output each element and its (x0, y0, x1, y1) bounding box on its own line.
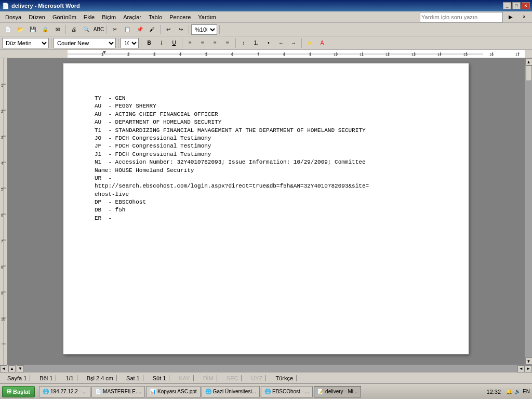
menu-ekle[interactable]: Ekle (81, 13, 98, 21)
fontsize-select[interactable]: 10 (121, 38, 139, 48)
format-painter-button[interactable]: 🖌 (147, 24, 158, 35)
status-rec: KAY (176, 375, 193, 381)
taskbar-btn-ebsco[interactable]: 🌐 EBSCOhost - ... (261, 386, 313, 397)
align-center-button[interactable]: ≡ (197, 38, 208, 48)
page-up-button[interactable]: ▲ (8, 365, 16, 373)
document-content[interactable]: TY - GEN AU - PEGGY SHERRY AU - ACTING C… (95, 95, 437, 222)
cut-button[interactable]: ✂ (109, 24, 121, 35)
standard-toolbar: 📄 📂 💾 🔒 ✉ 🖨 🔍 ABC ✂ 📋 📌 🖌 ↩ ↪ %100 (0, 23, 532, 36)
new-button[interactable]: 📄 (2, 24, 14, 35)
spell-button[interactable]: ABC (93, 24, 104, 35)
preview-button[interactable]: 🔍 (81, 24, 92, 35)
minimize-button[interactable]: _ (503, 2, 511, 9)
ppt-icon: 📊 (150, 389, 156, 394)
email-button[interactable]: ✉ (52, 24, 63, 35)
justify-button[interactable]: ≡ (222, 38, 233, 48)
svg-text:1: 1 (101, 52, 103, 56)
start-label: Başlat (13, 389, 30, 395)
menu-pencere[interactable]: Pencere (166, 13, 194, 21)
increase-indent-button[interactable]: → (288, 38, 299, 48)
zoom-select[interactable]: %100 (191, 24, 217, 35)
status-trk: DİM (200, 375, 217, 381)
highlight-button[interactable]: A (304, 38, 315, 48)
scroll-track (525, 65, 533, 357)
scroll-down-button[interactable]: ▼ (525, 357, 533, 365)
align-right-button[interactable]: ≡ (209, 38, 221, 48)
close-button[interactable]: × (522, 2, 530, 9)
svg-text:16: 16 (489, 52, 494, 56)
menu-gorunum[interactable]: Görünüm (49, 13, 79, 21)
svg-text:2: 2 (127, 52, 129, 56)
status-line: Sat 1 (123, 375, 143, 381)
taskbar-label-2: Kopyası ASC.ppt (157, 389, 197, 394)
document-page: TY - GEN AU - PEGGY SHERRY AU - ACTING C… (63, 63, 469, 354)
ruler-track: 1 2 3 4 5 6 7 8 9 10 11 12 13 1 (68, 50, 525, 58)
copy-button[interactable]: 📋 (122, 24, 133, 35)
ie-icon: 🌐 (43, 389, 49, 394)
hscroll-left-button[interactable]: ◄ (517, 365, 525, 373)
app-icon: 📄 (2, 3, 9, 9)
taskbar-btn-gazi[interactable]: 🌐 Gazi Üniversitesi... (202, 386, 260, 397)
svg-text:13: 13 (411, 52, 416, 56)
italic-button[interactable]: I (156, 38, 167, 48)
vertical-scrollbar: ▲ ▼ (525, 58, 532, 365)
status-indent: Bşl 2.4 cm (84, 375, 117, 381)
taskbar-btn-194[interactable]: 🌐 194.27.12.2 - ... (39, 386, 90, 397)
help-close-button[interactable]: × (518, 12, 530, 22)
font-color-button[interactable]: A (316, 38, 328, 48)
page-down-button[interactable]: ▼ (17, 365, 24, 373)
save-button[interactable]: 💾 (27, 24, 38, 35)
fmt-sep2 (118, 38, 118, 48)
style-select[interactable]: Düz Metin (2, 38, 49, 48)
svg-text:11: 11 (360, 52, 364, 56)
paste-button[interactable]: 📌 (134, 24, 145, 35)
main-area: 1 2 3 4 5 6 7 8 9 10 TY - GEN AU - PEGGY… (0, 58, 532, 365)
title-bar: 📄 delivery - Microsoft Word _ □ × (0, 0, 532, 11)
hscroll-right-button[interactable]: ► (525, 365, 532, 373)
taskbar-btn-masterfile[interactable]: 📄 MASTERFILE.... (91, 386, 145, 397)
undo-button[interactable]: ↩ (163, 24, 174, 35)
numbering-button[interactable]: 1. (250, 38, 262, 48)
taskbar-btn-delivery[interactable]: 📝 delivery - Mi... (314, 386, 361, 397)
vertical-ruler: 1 2 3 4 5 6 7 8 9 10 (0, 58, 7, 365)
align-left-button[interactable]: ≡ (184, 38, 196, 48)
svg-text:15: 15 (463, 52, 468, 56)
tb-sep1 (65, 25, 66, 34)
redo-button[interactable]: ↪ (175, 24, 187, 35)
font-select[interactable]: Courier New (54, 38, 116, 48)
underline-button[interactable]: U (168, 38, 180, 48)
help-search-input[interactable] (420, 12, 503, 22)
line-spacing-button[interactable]: ↕ (238, 38, 249, 48)
fmt-sep5 (235, 38, 236, 48)
page-prev-button[interactable]: ◄ (0, 365, 7, 373)
status-ovr: ÜYZ (248, 375, 266, 381)
open-button[interactable]: 📂 (15, 24, 26, 35)
print-button[interactable]: 🖨 (68, 24, 79, 35)
status-bar: Sayfa 1 Böl 1 1/1 Bşl 2.4 cm Sat 1 Süt 1… (0, 372, 532, 383)
document-scroll[interactable]: TY - GEN AU - PEGGY SHERRY AU - ACTING C… (7, 58, 525, 365)
scroll-thumb[interactable] (526, 65, 532, 81)
horizontal-scrollbar: ◄ ▲ ▼ ◄ ► (0, 365, 532, 372)
menu-bicim[interactable]: Biçim (99, 13, 119, 21)
permission-button[interactable]: 🔒 (39, 24, 51, 35)
menu-yardim[interactable]: Yardım (195, 13, 219, 21)
bullets-button[interactable]: • (263, 38, 274, 48)
menu-tablo[interactable]: Tablo (145, 13, 165, 21)
title-bar-left: 📄 delivery - Microsoft Word (2, 3, 80, 9)
formatting-toolbar: Düz Metin Courier New 10 B I U ≡ ≡ ≡ ≡ ↕… (0, 36, 532, 50)
ruler-svg: 1 2 3 4 5 6 7 8 9 10 11 12 13 1 (68, 50, 525, 58)
taskbar-btn-kopyasi[interactable]: 📊 Kopyası ASC.ppt (146, 386, 201, 397)
decrease-indent-button[interactable]: ← (275, 38, 287, 48)
svg-text:4: 4 (1, 162, 3, 165)
help-search-button[interactable]: ▶ (505, 12, 516, 22)
scroll-up-button[interactable]: ▲ (525, 58, 533, 65)
ie-icon-3: 🌐 (264, 389, 271, 394)
taskbar-label-4: EBSCOhost - ... (272, 389, 309, 394)
menu-araclar[interactable]: Araçlar (120, 13, 144, 21)
bold-button[interactable]: B (143, 38, 155, 48)
maximize-button[interactable]: □ (512, 2, 521, 9)
tb-sep4 (189, 25, 189, 34)
menu-dosya[interactable]: Dosya (2, 13, 24, 21)
start-button[interactable]: ⊞ Başlat (2, 386, 35, 397)
menu-duzen[interactable]: Düzen (25, 13, 48, 21)
